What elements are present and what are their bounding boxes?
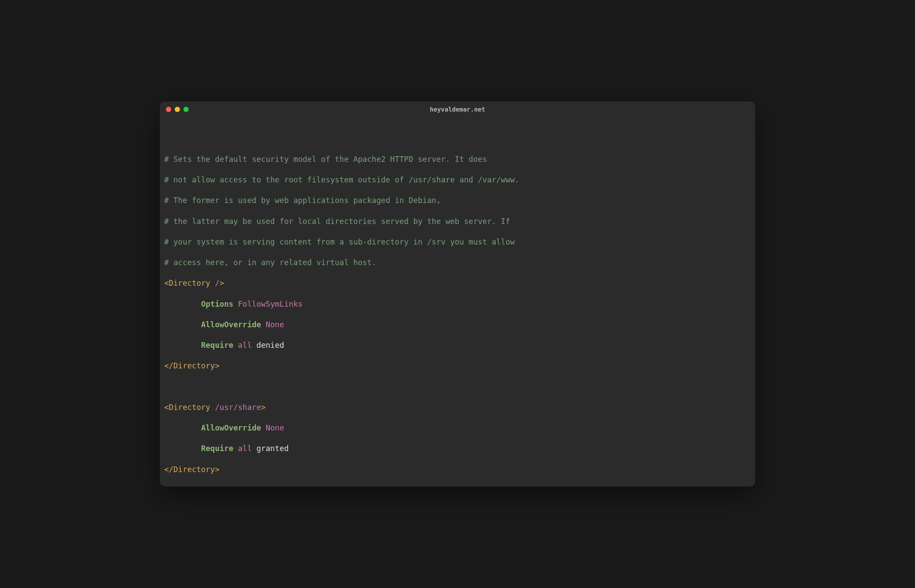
terminal-window: heyvaldemar.net # Sets the default secur… bbox=[160, 102, 755, 486]
comment-line: # The former is used by web applications… bbox=[164, 196, 751, 206]
terminal-content[interactable]: # Sets the default security model of the… bbox=[160, 117, 755, 486]
comment-line: # the latter may be used for local direc… bbox=[164, 217, 751, 227]
traffic-lights bbox=[166, 107, 189, 112]
comment-line: # access here, or in any related virtual… bbox=[164, 258, 751, 268]
comment-line: # your system is serving content from a … bbox=[164, 237, 751, 248]
directive-line: Require all granted bbox=[164, 444, 751, 454]
comment-line: # Sets the default security model of the… bbox=[164, 154, 751, 165]
titlebar: heyvaldemar.net bbox=[160, 102, 755, 117]
maximize-button[interactable] bbox=[183, 107, 189, 112]
directory-open: <Directory /> bbox=[164, 278, 751, 289]
directive-line: Options FollowSymLinks bbox=[164, 299, 751, 310]
minimize-button[interactable] bbox=[175, 107, 180, 112]
directive-line: AllowOverride None bbox=[164, 320, 751, 330]
directory-open: <Directory /usr/share> bbox=[164, 402, 751, 413]
directive-line: AllowOverride None bbox=[164, 423, 751, 434]
close-button[interactable] bbox=[166, 107, 171, 112]
window-title: heyvaldemar.net bbox=[430, 106, 485, 113]
directory-close: </Directory> bbox=[164, 465, 751, 475]
editor-area[interactable]: # Sets the default security model of the… bbox=[164, 123, 751, 486]
directory-close: </Directory> bbox=[164, 361, 751, 371]
comment-line: # not allow access to the root filesyste… bbox=[164, 175, 751, 186]
directive-line: Require all denied bbox=[164, 340, 751, 351]
